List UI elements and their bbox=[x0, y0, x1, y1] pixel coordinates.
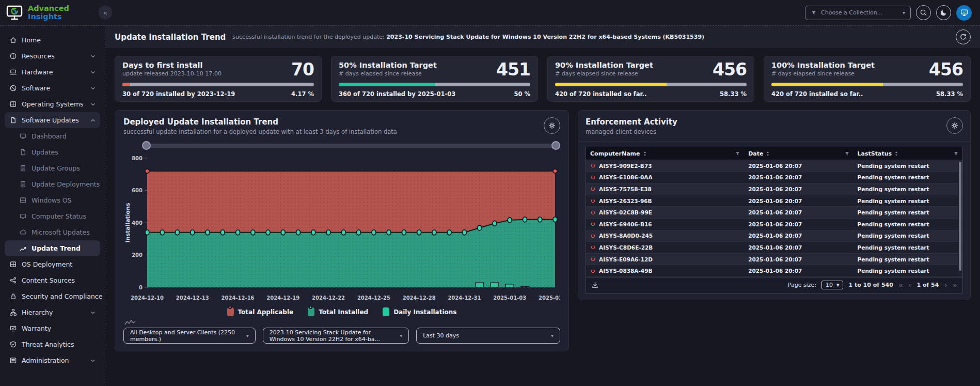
period-filter-dropdown[interactable]: Last 30 days ▾ bbox=[416, 328, 560, 344]
sidebar-item-label: Operating Systems bbox=[22, 100, 84, 108]
sidebar-item-software-updates[interactable]: Software Updates bbox=[5, 112, 100, 128]
enforcement-title: Enforcement Activity bbox=[586, 117, 677, 127]
table-row[interactable]: AISYS-909E2-B732025-01-06 20:07Pending s… bbox=[586, 160, 962, 172]
date-cell: 2025-01-06 20:07 bbox=[744, 209, 853, 215]
collection-dropdown[interactable]: Choose a Collection... ▾ bbox=[805, 6, 911, 20]
chart-settings-button[interactable] bbox=[544, 117, 560, 134]
kpi-card-100-target: 100% Installation Target # days elapsed … bbox=[764, 56, 971, 102]
filter-icon[interactable] bbox=[844, 151, 850, 157]
sidebar-item-resources[interactable]: Resources bbox=[5, 48, 100, 64]
legend-item-total-installed[interactable]: Total Installed bbox=[308, 307, 368, 316]
search-icon bbox=[920, 9, 927, 17]
status-cell: Pending system restart bbox=[853, 174, 962, 180]
sidebar-item-operating-systems[interactable]: Operating Systems bbox=[5, 96, 100, 112]
page-title: Update Installation Trend bbox=[115, 33, 226, 42]
sidebar-item-hierarchy[interactable]: Hierarchy bbox=[5, 304, 100, 320]
column-header-computername[interactable]: ComputerName bbox=[586, 147, 744, 160]
sidebar-item-computer-status[interactable]: Computer Status bbox=[5, 208, 100, 224]
sidebar-item-software[interactable]: Software bbox=[5, 80, 100, 96]
table-row[interactable]: AISYS-75758-E382025-01-06 20:07Pending s… bbox=[586, 183, 962, 195]
user-avatar[interactable] bbox=[956, 5, 972, 21]
table-row[interactable]: AISYS-C8D6E-22B2025-01-06 20:07Pending s… bbox=[586, 242, 962, 254]
zoom-handle-right[interactable] bbox=[551, 141, 560, 150]
os-icon bbox=[19, 196, 27, 204]
enforcement-settings-button[interactable] bbox=[946, 117, 963, 134]
table-row[interactable]: AISYS-26323-96B2025-01-06 20:07Pending s… bbox=[586, 195, 962, 207]
kpi-value: 451 bbox=[496, 61, 530, 78]
svg-text:2024-12-25: 2024-12-25 bbox=[357, 295, 390, 301]
sidebar-item-dashboard[interactable]: Dashboard bbox=[5, 128, 100, 144]
sidebar-item-microsoft-updates[interactable]: Microsoft Updates bbox=[5, 224, 100, 240]
page-header: Update Installation Trend successful ins… bbox=[105, 26, 980, 48]
column-header-laststatus[interactable]: LastStatus bbox=[853, 147, 962, 160]
sidebar-item-update-groups[interactable]: Update Groups bbox=[5, 160, 100, 176]
legend-item-total-applicable[interactable]: Total Applicable bbox=[227, 307, 294, 316]
table-row[interactable]: AISYS-02C8B-99E2025-01-06 20:07Pending s… bbox=[586, 207, 962, 219]
kpi-value: 456 bbox=[929, 61, 963, 78]
doc-icon bbox=[19, 148, 27, 156]
app-logo[interactable]: Advanced Insights bbox=[0, 0, 105, 25]
prev-page-button[interactable]: ‹ bbox=[908, 281, 911, 289]
kpi-subtitle: # days elapsed since release bbox=[339, 70, 437, 77]
refresh-button[interactable] bbox=[956, 29, 971, 44]
update-filter-dropdown[interactable]: 2023-10 Servicing Stack Update for Windo… bbox=[263, 328, 409, 344]
sidebar-item-administration[interactable]: Administration bbox=[5, 352, 100, 368]
sidebar-nav: HomeResourcesHardwareSoftwareOperating S… bbox=[0, 26, 105, 386]
os-icon bbox=[9, 260, 17, 268]
sidebar-item-warranty[interactable]: Warranty bbox=[5, 320, 100, 336]
sidebar-item-home[interactable]: Home bbox=[5, 32, 100, 48]
dashboard-icon bbox=[19, 132, 27, 140]
computer-name: AISYS-0838A-49B bbox=[599, 268, 652, 274]
sort-icon[interactable] bbox=[894, 151, 898, 157]
theme-toggle-button[interactable] bbox=[936, 5, 951, 20]
sidebar-item-label: Computer Status bbox=[31, 212, 86, 220]
collection-filter-dropdown[interactable]: All Desktop and Server Clients (2250 mem… bbox=[123, 328, 256, 344]
table-header-row: ComputerName Date LastStatus bbox=[586, 147, 962, 160]
computer-name-cell: AISYS-75758-E38 bbox=[586, 186, 744, 192]
power-icon bbox=[590, 163, 596, 168]
sort-icon[interactable] bbox=[766, 151, 770, 157]
sidebar-item-threat-analytics[interactable]: Threat Analytics bbox=[5, 336, 100, 352]
gear-icon bbox=[548, 121, 556, 130]
next-page-button[interactable]: › bbox=[944, 281, 947, 289]
table-row[interactable]: AISYS-0838A-49B2025-01-06 20:07Pending s… bbox=[586, 265, 962, 277]
table-row[interactable]: AISYS-E09A6-12D2025-01-06 20:07Pending s… bbox=[586, 254, 962, 266]
kpi-subtitle: update released 2023-10-10 17:00 bbox=[122, 70, 222, 77]
software-icon bbox=[9, 84, 17, 92]
scrollbar-thumb[interactable] bbox=[959, 162, 961, 271]
sidebar-item-os-deployment[interactable]: OS Deployment bbox=[5, 256, 100, 272]
zoom-handle-left[interactable] bbox=[142, 141, 151, 150]
search-button[interactable] bbox=[916, 5, 931, 20]
last-page-button[interactable]: » bbox=[953, 281, 957, 289]
filter-icon[interactable] bbox=[735, 151, 740, 157]
filter-icon[interactable] bbox=[953, 151, 959, 157]
sidebar-item-content-sources[interactable]: Content Sources bbox=[5, 272, 100, 288]
computer-name-cell: AISYS-C8D6E-22B bbox=[586, 244, 744, 251]
column-header-date[interactable]: Date bbox=[744, 147, 853, 160]
sidebar-item-update-trend[interactable]: Update Trend bbox=[5, 240, 100, 256]
sidebar-collapse-button[interactable]: « bbox=[99, 6, 113, 20]
topbar: Advanced Insights Choose a Collection...… bbox=[0, 0, 980, 26]
table-row[interactable]: AISYS-69406-B162025-01-06 20:07Pending s… bbox=[586, 219, 962, 230]
first-page-button[interactable]: « bbox=[898, 281, 903, 289]
sidebar-item-updates[interactable]: Updates bbox=[5, 144, 100, 160]
trend-chart[interactable]: 02004006008002024-12-102024-12-132024-12… bbox=[123, 150, 560, 306]
download-icon[interactable] bbox=[591, 281, 599, 289]
sidebar-item-update-deployments[interactable]: Update Deployments bbox=[5, 176, 100, 192]
table-row[interactable]: AISYS-61086-0AA2025-01-06 20:07Pending s… bbox=[586, 172, 962, 184]
table-row[interactable]: AISYS-8A0D0-2452025-01-06 20:07Pending s… bbox=[586, 230, 962, 242]
chart-zoom-slider[interactable] bbox=[146, 144, 556, 148]
sidebar-item-hardware[interactable]: Hardware bbox=[5, 64, 100, 80]
chevron-down-icon: ▾ bbox=[394, 333, 402, 338]
kpi-title: Days to first install bbox=[122, 61, 222, 69]
sidebar-item-windows-os[interactable]: Windows OS bbox=[5, 192, 100, 208]
sidebar-item-security-and-compliance[interactable]: Security and Compliance bbox=[5, 288, 100, 304]
kpi-progress-track bbox=[122, 83, 314, 86]
page-size-select[interactable]: 10 ▾ bbox=[821, 281, 844, 289]
kpi-title: 90% Installation Target bbox=[555, 61, 653, 69]
sidebar-item-label: Hierarchy bbox=[22, 308, 53, 316]
table-scrollbar[interactable] bbox=[958, 161, 962, 276]
sort-icon[interactable] bbox=[643, 151, 647, 157]
sidebar-item-label: Microsoft Updates bbox=[31, 228, 90, 236]
legend-item-daily-installations[interactable]: Daily Installations bbox=[383, 307, 456, 316]
